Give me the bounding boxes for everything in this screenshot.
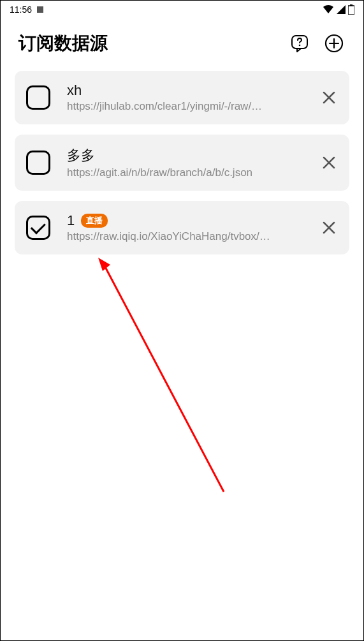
item-url: https://raw.iqiq.io/XiaoYiChaHang/tvbox/… <box>67 230 312 243</box>
item-url: https://agit.ai/n/b/raw/branch/a/b/c.jso… <box>67 166 312 179</box>
header-actions <box>288 32 346 55</box>
help-icon <box>289 33 310 54</box>
data-source-list: xh https://jihulab.com/clear1/yingmi/-/r… <box>1 71 363 254</box>
delete-button[interactable] <box>320 219 338 237</box>
close-icon <box>321 220 337 235</box>
item-url: https://jihulab.com/clear1/yingmi/-/raw/… <box>67 100 312 113</box>
item-title: xh <box>67 82 82 99</box>
svg-point-3 <box>299 45 301 47</box>
svg-marker-14 <box>98 258 110 271</box>
notification-icon <box>37 6 43 13</box>
live-badge: 直播 <box>81 214 108 228</box>
item-title: 1 <box>67 212 75 229</box>
delete-button[interactable] <box>320 89 338 107</box>
status-time: 11:56 <box>10 4 32 15</box>
wifi-icon <box>323 5 334 14</box>
page-header: 订阅数据源 <box>1 18 363 71</box>
checkbox[interactable] <box>26 151 50 175</box>
svg-line-13 <box>103 262 224 492</box>
checkbox[interactable] <box>26 216 50 240</box>
delete-button[interactable] <box>320 154 338 172</box>
item-content: 多多 https://agit.ai/n/b/raw/branch/a/b/c.… <box>67 146 312 179</box>
status-bar: 11:56 <box>1 1 363 18</box>
list-item[interactable]: 1 直播 https://raw.iqiq.io/XiaoYiChaHang/t… <box>15 201 349 254</box>
svg-rect-1 <box>348 6 354 15</box>
list-item[interactable]: xh https://jihulab.com/clear1/yingmi/-/r… <box>15 71 349 124</box>
list-item[interactable]: 多多 https://agit.ai/n/b/raw/branch/a/b/c.… <box>15 135 349 191</box>
plus-circle-icon <box>324 33 344 54</box>
close-icon <box>321 90 337 105</box>
item-content: xh https://jihulab.com/clear1/yingmi/-/r… <box>67 82 312 113</box>
status-left: 11:56 <box>10 4 43 15</box>
item-content: 1 直播 https://raw.iqiq.io/XiaoYiChaHang/t… <box>67 212 312 243</box>
status-right <box>323 4 354 15</box>
close-icon <box>321 155 337 170</box>
battery-icon <box>348 4 354 15</box>
annotation-arrow <box>96 256 256 498</box>
help-button[interactable] <box>288 32 311 55</box>
page-title: 订阅数据源 <box>18 31 108 55</box>
add-button[interactable] <box>323 32 346 55</box>
item-title: 多多 <box>67 146 95 165</box>
signal-icon <box>337 5 346 14</box>
checkbox[interactable] <box>26 85 50 110</box>
